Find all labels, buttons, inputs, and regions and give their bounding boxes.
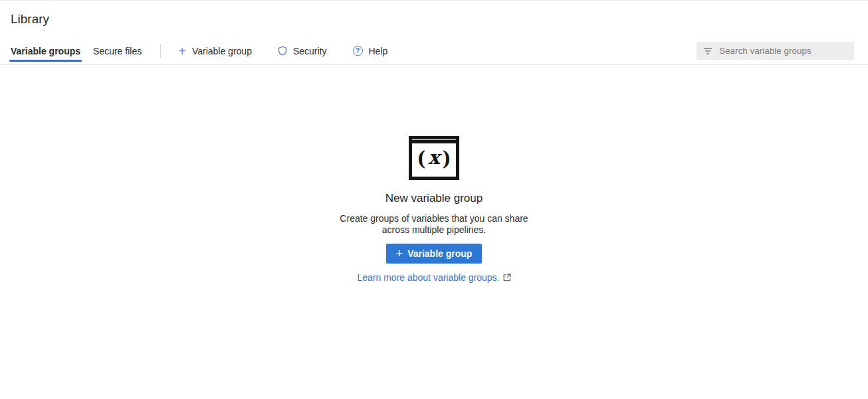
learn-more-link[interactable]: Learn more about variable groups.	[357, 272, 510, 283]
filter-icon	[703, 47, 712, 55]
tab-variable-groups[interactable]: Variable groups	[11, 37, 80, 64]
search-box	[697, 42, 854, 60]
add-variable-group-label: Variable group	[192, 46, 252, 56]
help-label: Help	[369, 46, 388, 56]
primary-button-label: Variable group	[407, 248, 472, 259]
tab-variable-groups-label: Variable groups	[11, 46, 80, 56]
help-button[interactable]: ? Help	[353, 46, 388, 56]
learn-more-label: Learn more about variable groups.	[357, 272, 499, 283]
variable-x-glyph: (x)	[412, 143, 456, 173]
help-icon: ?	[353, 46, 363, 56]
empty-state-title: New variable group	[385, 191, 483, 206]
empty-state-description: Create groups of variables that you can …	[334, 213, 534, 236]
toolbar-divider	[160, 44, 161, 58]
security-label: Security	[293, 46, 327, 56]
tab-secure-files[interactable]: Secure files	[93, 37, 142, 64]
search-input[interactable]	[719, 46, 847, 56]
security-button[interactable]: Security	[278, 46, 327, 56]
page-title: Library	[0, 1, 868, 28]
empty-state: (x) New variable group Create groups of …	[0, 65, 868, 283]
add-variable-group-button[interactable]: + Variable group	[178, 46, 252, 56]
plus-icon: +	[178, 46, 186, 56]
plus-icon: +	[396, 249, 403, 258]
shield-icon	[278, 46, 287, 56]
tab-command-bar: Variable groups Secure files + Variable …	[0, 37, 868, 65]
variable-group-window-icon: (x)	[409, 136, 459, 180]
external-link-icon	[503, 274, 511, 281]
tab-secure-files-label: Secure files	[93, 46, 142, 56]
variable-group-primary-button[interactable]: + Variable group	[386, 244, 483, 264]
